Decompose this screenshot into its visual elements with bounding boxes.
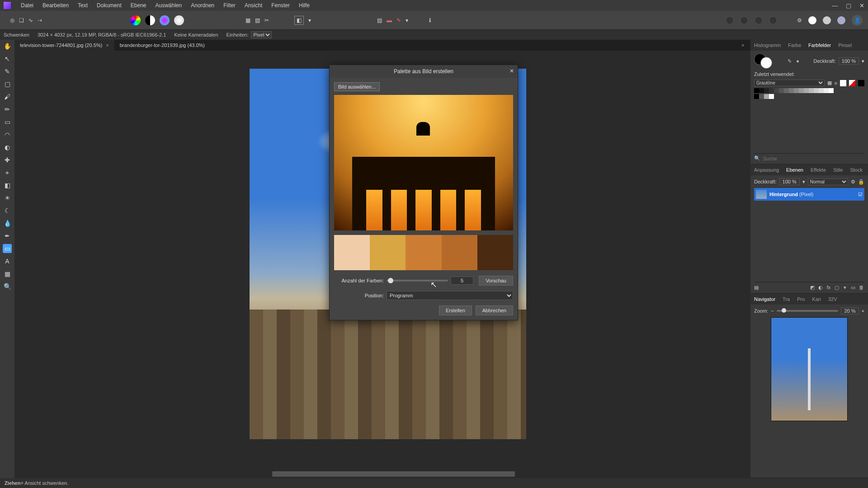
- marquee-icon[interactable]: ▦: [245, 17, 250, 23]
- swatch-white-icon[interactable]: [840, 80, 846, 86]
- swatch[interactable]: [769, 94, 774, 99]
- swatch-set-select[interactable]: Grautöne: [754, 80, 825, 86]
- heal-tool-icon[interactable]: ✚: [3, 155, 12, 164]
- info-icon[interactable]: ℹ: [429, 17, 431, 23]
- menu-dokument[interactable]: Dokument: [92, 2, 126, 9]
- palette-swatch[interactable]: [442, 235, 477, 270]
- menu-datei[interactable]: Datei: [16, 2, 38, 9]
- close-dialog-icon[interactable]: ✕: [509, 68, 514, 74]
- hue-icon[interactable]: [160, 15, 170, 25]
- brush-tool-icon[interactable]: 🖌: [3, 92, 12, 101]
- palette-swatch[interactable]: [334, 235, 370, 270]
- circle3-icon[interactable]: [837, 16, 845, 24]
- flag-red-icon[interactable]: ▬: [387, 17, 392, 23]
- zoom-out-icon[interactable]: −: [771, 308, 774, 314]
- crop-tool-icon[interactable]: ✂: [264, 17, 269, 23]
- mesh-tool-icon[interactable]: ▦: [3, 269, 12, 278]
- create-button[interactable]: Erstellen: [439, 305, 472, 315]
- pencil-tool-icon[interactable]: ✏: [3, 105, 12, 114]
- clone-tool-icon[interactable]: ⌖: [3, 168, 12, 177]
- transform-icon[interactable]: ▧: [255, 17, 260, 23]
- history-undo-icon[interactable]: [755, 16, 763, 24]
- panel-tab-32v[interactable]: 32V: [825, 296, 841, 302]
- grid-icon[interactable]: ▤: [377, 17, 382, 23]
- menu-text[interactable]: Text: [73, 2, 92, 9]
- mask-icon[interactable]: ◩: [809, 284, 816, 291]
- close-window-icon[interactable]: ✕: [859, 2, 864, 9]
- burn-tool-icon[interactable]: ☾: [3, 206, 12, 215]
- panel-tab-swatches[interactable]: Farbfelder: [805, 42, 835, 48]
- panel-tab-kan[interactable]: Kan: [808, 296, 825, 302]
- crop-layer-icon[interactable]: ▢: [834, 284, 840, 291]
- layer-opacity-value[interactable]: 100 %: [779, 178, 800, 185]
- swatch[interactable]: [814, 88, 819, 93]
- swatch[interactable]: [799, 88, 804, 93]
- select-image-button[interactable]: Bild auswählen...: [334, 82, 380, 91]
- history-fwd-icon[interactable]: [740, 16, 748, 24]
- panel-tab-tra[interactable]: Tra: [779, 296, 793, 302]
- menu-fenster[interactable]: Fenster: [267, 2, 294, 9]
- swatch[interactable]: [824, 88, 829, 93]
- swatch[interactable]: [759, 94, 764, 99]
- swatch[interactable]: [819, 88, 824, 93]
- chevron-down-icon[interactable]: ▾: [802, 179, 805, 185]
- grid-view-icon[interactable]: ▦: [827, 80, 832, 86]
- circle2-icon[interactable]: [823, 16, 831, 24]
- swatch-none-icon[interactable]: [849, 80, 855, 86]
- pen-tool-icon[interactable]: ✒: [3, 231, 12, 240]
- share-icon[interactable]: ⇢: [38, 17, 42, 23]
- zoom-tool-icon[interactable]: 🔍: [3, 282, 12, 291]
- panel-tab-adjustment[interactable]: Anpassung: [750, 167, 783, 173]
- menu-hilfe[interactable]: Hilfe: [294, 2, 314, 9]
- dodge-tool-icon[interactable]: ☀: [3, 193, 12, 202]
- swatch[interactable]: [794, 88, 799, 93]
- erase-tool-icon[interactable]: ◧: [3, 181, 12, 190]
- text-tool-icon[interactable]: A: [3, 257, 12, 266]
- circle1-icon[interactable]: [808, 16, 816, 24]
- box-icon[interactable]: ❏: [19, 17, 24, 23]
- panel-tab-styles[interactable]: Stile: [830, 167, 846, 173]
- layer-row[interactable]: Hintergrund (Pixel) ☑: [754, 188, 864, 201]
- panel-tab-effects[interactable]: Effekte: [807, 167, 830, 173]
- close-tab-icon[interactable]: ×: [741, 42, 744, 48]
- panel-tab-histogram[interactable]: Histogramm: [750, 42, 784, 48]
- position-select[interactable]: Programm: [387, 291, 513, 300]
- menu-anordnen[interactable]: Anordnen: [186, 2, 219, 9]
- layers-stack-icon[interactable]: ▤: [754, 285, 759, 291]
- color-count-slider[interactable]: [387, 280, 448, 282]
- dropdown-arrow-icon[interactable]: ▾: [308, 17, 311, 23]
- opacity-value[interactable]: 100 %: [839, 57, 859, 65]
- palette-swatch[interactable]: [406, 235, 441, 270]
- menu-ebene[interactable]: Ebene: [126, 2, 151, 9]
- settings-icon[interactable]: ⚙: [797, 17, 802, 23]
- grey-swatch-row[interactable]: [754, 88, 864, 93]
- palette-swatch[interactable]: [370, 235, 406, 270]
- swatch[interactable]: [754, 94, 759, 99]
- menu-filter[interactable]: Filter: [219, 2, 240, 9]
- zoom-value[interactable]: 20 %: [841, 307, 859, 314]
- adjust-icon[interactable]: ◐: [817, 284, 824, 291]
- lock-icon[interactable]: 🔒: [858, 179, 864, 185]
- menu-icon[interactable]: ≡: [835, 80, 837, 86]
- color-count-input[interactable]: [451, 277, 473, 285]
- fill-tool-icon[interactable]: ◐: [3, 143, 12, 152]
- quickmask-icon[interactable]: ◧: [294, 16, 304, 25]
- panel-tab-brush[interactable]: Pinsel: [835, 42, 855, 48]
- menu-ansicht[interactable]: Ansicht: [240, 2, 267, 9]
- bw-icon[interactable]: [145, 15, 155, 25]
- navigator-preview[interactable]: [771, 317, 848, 421]
- chevron-down-icon[interactable]: ▾: [862, 58, 864, 64]
- swatch[interactable]: [804, 88, 809, 93]
- fx-icon[interactable]: fx: [826, 284, 832, 291]
- document-tab[interactable]: television-tower-7244801.jpg (20.5%) ×: [14, 40, 114, 51]
- color-picker-tool-icon[interactable]: ✎: [3, 67, 12, 76]
- delete-layer-icon[interactable]: 🗑: [858, 284, 864, 291]
- blur-tool-icon[interactable]: 💧: [3, 219, 12, 228]
- zoom-slider[interactable]: [777, 310, 839, 312]
- gear-icon[interactable]: ⚙: [851, 179, 855, 185]
- lasso-tool-icon[interactable]: ◠: [3, 130, 12, 139]
- wand-icon[interactable]: ✎: [396, 17, 401, 23]
- shape-tool-icon[interactable]: ▭: [3, 244, 12, 253]
- maximize-icon[interactable]: ▢: [846, 2, 851, 9]
- swatch[interactable]: [829, 88, 834, 93]
